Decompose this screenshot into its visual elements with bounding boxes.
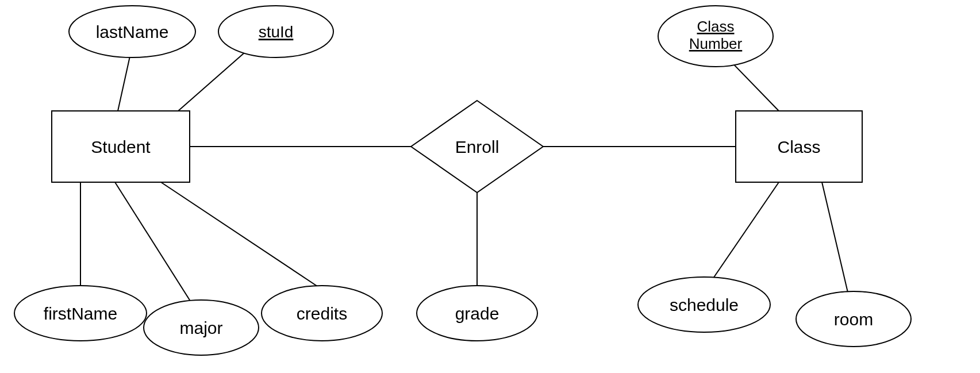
attribute-stuid-label: stuId — [259, 23, 294, 41]
attribute-major: major — [144, 300, 259, 355]
attribute-grade-label: grade — [455, 304, 499, 323]
attribute-classnumber: Class Number — [658, 6, 773, 67]
connector-student-credits — [161, 182, 319, 287]
attribute-classnumber-label2: Number — [689, 35, 743, 52]
attribute-firstname-label: firstName — [44, 304, 117, 323]
attribute-classnumber-label1: Class — [697, 18, 734, 35]
attribute-firstname: firstName — [14, 286, 147, 341]
er-diagram: Student Class Enroll lastName stuId firs… — [0, 0, 980, 373]
attribute-lastname: lastName — [69, 6, 195, 57]
relationship-enroll-label: Enroll — [455, 137, 499, 156]
entity-student-label: Student — [91, 137, 151, 156]
attribute-stuid: stuId — [218, 6, 333, 57]
attribute-schedule-label: schedule — [670, 295, 739, 314]
attribute-credits: credits — [262, 286, 382, 341]
attribute-room-label: room — [834, 310, 873, 329]
connector-class-room — [822, 182, 851, 305]
entity-class: Class — [736, 111, 862, 182]
relationship-enroll: Enroll — [411, 101, 543, 193]
entity-student: Student — [52, 111, 190, 182]
attribute-schedule: schedule — [638, 277, 770, 332]
connector-class-schedule — [707, 182, 779, 287]
attribute-grade: grade — [417, 286, 537, 341]
attribute-credits-label: credits — [297, 304, 347, 323]
attribute-lastname-label: lastName — [96, 22, 169, 41]
connector-student-major — [115, 182, 193, 305]
entity-class-label: Class — [777, 137, 820, 156]
attribute-major-label: major — [179, 318, 222, 337]
attribute-room: room — [796, 291, 911, 347]
